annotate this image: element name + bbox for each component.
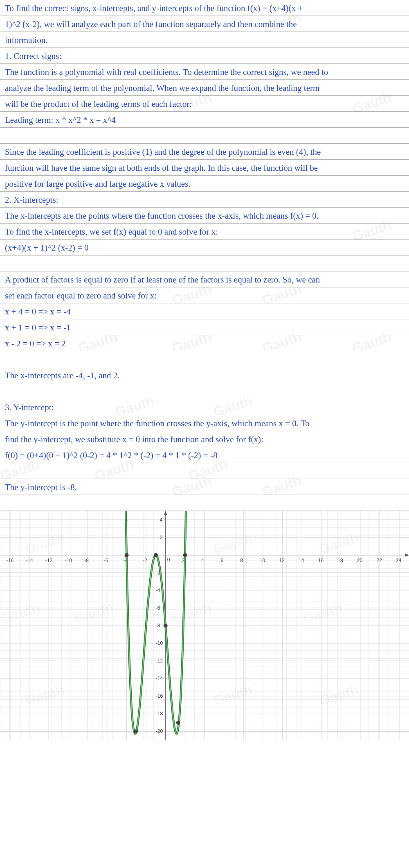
- text-line: To find the correct signs, x-intercepts,…: [0, 0, 409, 16]
- y-tick-label: -6: [156, 605, 160, 611]
- line-text: The y-intercept is the point where the f…: [5, 418, 310, 428]
- line-text: (x+4)(x + 1)^2 (x-2) = 0: [5, 243, 89, 253]
- text-line: To find the x-intercepts, we set f(x) eq…: [0, 224, 409, 240]
- svg-marker-36: [405, 554, 409, 557]
- handwriting-sheet: To find the correct signs, x-intercepts,…: [0, 0, 409, 511]
- blank-line: [0, 255, 409, 271]
- text-line: The function is a polynomial with real c…: [0, 64, 409, 80]
- x-tick-label: 0: [167, 557, 170, 563]
- marked-point: [164, 624, 168, 628]
- blank-line: [0, 128, 409, 144]
- x-tick-label: 24: [396, 558, 401, 563]
- line-text: will be the product of the leading terms…: [5, 99, 192, 109]
- x-tick-label: 14: [299, 558, 304, 563]
- marked-point: [183, 553, 187, 557]
- text-line: (x+4)(x + 1)^2 (x-2) = 0: [0, 240, 409, 255]
- line-text: information.: [5, 35, 47, 45]
- line-text: The y-intercept is -8.: [5, 482, 77, 492]
- y-tick-label: 4: [160, 517, 163, 523]
- x-tick-label: -10: [65, 558, 72, 563]
- y-tick-label: -10: [156, 640, 163, 646]
- text-line: find the y-intercept, we substitute x = …: [0, 431, 409, 447]
- marked-point: [134, 729, 138, 733]
- text-line: x - 2 = 0 => x = 2 Gauth Gauth Gauth Gau…: [0, 335, 409, 351]
- text-line: A product of factors is equal to zero if…: [0, 271, 409, 287]
- plot-svg: f: [0, 511, 409, 740]
- blank-line: [0, 351, 409, 367]
- x-tick-label: -12: [45, 558, 52, 563]
- text-line: The x-intercepts are -4, -1, and 2.: [0, 367, 409, 383]
- x-tick-label: -16: [7, 558, 13, 563]
- x-tick-label: 2: [182, 558, 184, 563]
- text-line: set each factor equal to zero and solve …: [0, 287, 409, 303]
- blank-line: [0, 495, 409, 511]
- text-line: function will have the same sign at both…: [0, 160, 409, 176]
- line-text: find the y-intercept, we substitute x = …: [5, 434, 263, 444]
- x-tick-label: 8: [240, 558, 243, 563]
- line-text: The x-intercepts are -4, -1, and 2.: [5, 371, 119, 380]
- text-line: will be the product of the leading terms…: [0, 96, 409, 112]
- y-tick-label: -2: [156, 570, 160, 576]
- text-line: x + 1 = 0 => x = -1: [0, 319, 409, 335]
- y-tick-label: -18: [156, 711, 163, 717]
- text-line: x + 4 = 0 => x = -4: [0, 303, 409, 319]
- x-tick-label: 10: [260, 558, 265, 563]
- text-line: The y-intercept is the point where the f…: [0, 415, 409, 431]
- line-text: Since the leading coefficient is positiv…: [5, 147, 321, 157]
- line-text: 1)^2 (x-2), we will analyze each part of…: [5, 19, 297, 29]
- line-text: positive for large positive and large ne…: [5, 179, 191, 189]
- line-text: set each factor equal to zero and solve …: [5, 291, 157, 301]
- marked-point: [125, 553, 129, 557]
- text-line: The y-intercept is -8. Gauth Gauth: [0, 479, 409, 495]
- x-tick-label: -6: [104, 558, 108, 563]
- y-tick-label: -14: [156, 676, 163, 681]
- x-tick-label: 20: [357, 558, 362, 563]
- x-tick-label: 22: [377, 558, 382, 563]
- line-text: x + 1 = 0 => x = -1: [5, 323, 71, 332]
- y-tick-label: -8: [156, 623, 160, 628]
- marked-point: [154, 553, 158, 557]
- x-tick-label: -8: [84, 558, 89, 563]
- line-text: A product of factors is equal to zero if…: [5, 275, 320, 285]
- text-line: 2. X-intercepts:: [0, 192, 409, 208]
- blank-line: [0, 383, 409, 399]
- marked-point: [176, 721, 180, 725]
- line-text: x - 2 = 0 => x = 2: [5, 339, 66, 348]
- x-tick-label: 12: [279, 558, 284, 563]
- y-tick-label: -4: [156, 588, 160, 593]
- line-text: 2. X-intercepts:: [5, 195, 58, 205]
- line-text: analyze the leading term of the polynomi…: [5, 83, 319, 93]
- line-text: f(0) = (0+4)(0 + 1)^2 (0-2) = 4 * 1^2 * …: [5, 450, 217, 460]
- y-tick-label: 2: [160, 535, 163, 540]
- x-tick-label: 4: [201, 558, 204, 563]
- y-tick-label: -16: [156, 693, 163, 699]
- blank-line: Gauth Gauth Gauth: [0, 463, 409, 479]
- line-text: x + 4 = 0 => x = -4: [5, 307, 71, 316]
- text-line: 1. Correct signs:: [0, 48, 409, 64]
- line-text: 1. Correct signs:: [5, 51, 61, 61]
- x-tick-label: -4: [124, 558, 128, 563]
- svg-marker-37: [164, 511, 167, 515]
- line-text: Leading term: x * x^2 * x = x^4: [5, 115, 116, 125]
- line-text: To find the x-intercepts, we set f(x) eq…: [5, 227, 218, 237]
- text-line: f(0) = (0+4)(0 + 1)^2 (0-2) = 4 * 1^2 * …: [0, 447, 409, 463]
- text-line: Since the leading coefficient is positiv…: [0, 144, 409, 160]
- x-tick-label: 18: [337, 558, 343, 563]
- text-line: Leading term: x * x^2 * x = x^4: [0, 112, 409, 128]
- x-tick-label: -2: [143, 558, 147, 563]
- line-text: To find the correct signs, x-intercepts,…: [5, 3, 303, 13]
- line-text: 3. Y-intercept:: [5, 402, 54, 412]
- y-tick-label: -20: [156, 728, 163, 734]
- text-line: analyze the leading term of the polynomi…: [0, 80, 409, 96]
- text-line: 3. Y-intercept: Gauth Gauth: [0, 399, 409, 415]
- line-text: function will have the same sign at both…: [5, 163, 318, 173]
- text-line: information.: [0, 32, 409, 48]
- y-tick-label: -12: [156, 658, 163, 664]
- line-text: The function is a polynomial with real c…: [5, 67, 328, 77]
- x-tick-label: 6: [221, 558, 224, 563]
- function-plot: Gauth Gauth Gauth Gauth Gauth Gauth Gaut…: [0, 511, 409, 740]
- text-line: positive for large positive and large ne…: [0, 176, 409, 192]
- x-tick-label: -14: [26, 558, 33, 563]
- line-text: The x-intercepts are the points where th…: [5, 211, 319, 221]
- text-line: The x-intercepts are the points where th…: [0, 208, 409, 224]
